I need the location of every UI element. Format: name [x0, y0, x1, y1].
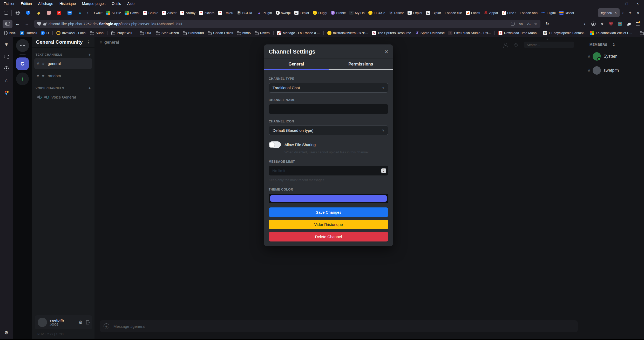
browser-tab[interactable]: Alister	[160, 8, 178, 17]
containers-extension-button[interactable]	[625, 20, 633, 28]
bookmark-item[interactable]: Mariage - La France à ...	[277, 31, 320, 35]
browser-tab[interactable]: t will f	[92, 8, 104, 17]
pinned-tab[interactable]	[55, 8, 64, 17]
new-tab-button[interactable]: +	[626, 8, 634, 17]
account-button[interactable]	[589, 20, 597, 28]
theme-color-picker[interactable]	[269, 194, 388, 203]
add-text-channel-button[interactable]: +	[89, 52, 91, 57]
bookmark-star-icon[interactable]: ☆	[534, 22, 537, 26]
stepper-up-icon[interactable]: ▲	[383, 169, 384, 171]
member-row-system[interactable]: # System	[588, 52, 644, 61]
user-settings-gear-icon[interactable]: ⚙	[79, 320, 83, 325]
tab-general[interactable]: General	[264, 59, 329, 70]
bookmark-item[interactable]: Conan Exiles	[207, 31, 233, 35]
menu-outils[interactable]: Outils	[112, 2, 121, 6]
browser-tab[interactable]: Espace abo	[518, 8, 539, 17]
bookmark-item[interactable]: Download Time Mana...	[498, 31, 540, 35]
browser-tab[interactable]: Bruni2	[141, 8, 160, 17]
forward-button[interactable]: →	[23, 21, 31, 27]
discord-home-button[interactable]	[16, 39, 29, 52]
active-tab[interactable]: #genera ×	[598, 8, 620, 17]
menu-marque-pages[interactable]: Marque-pages	[82, 2, 105, 6]
tab-scroll-left-button[interactable]: ‹	[84, 10, 91, 15]
pinned-messages-icon[interactable]	[514, 42, 518, 47]
browser-tab[interactable]: Locati	[464, 8, 482, 17]
bookmark-item[interactable]: L'Encyclopédie Fantast...	[543, 31, 586, 35]
window-minimize-button[interactable]: —	[613, 2, 617, 6]
channel-item-general[interactable]: # # general	[34, 58, 92, 69]
member-row-swefpifh[interactable]: # swefpifh	[588, 66, 644, 75]
channel-item-voice-general[interactable]: Voice General	[34, 92, 92, 102]
save-changes-button[interactable]: Save Changes	[269, 207, 388, 217]
add-voice-channel-button[interactable]: +	[89, 86, 91, 90]
browser-tab[interactable]: Emie0	[216, 8, 235, 17]
customize-sidebar-gear-icon[interactable]: ⚙	[3, 329, 10, 336]
bookmark-item[interactable]: Suno	[90, 31, 103, 35]
synced-tabs-icon[interactable]	[3, 53, 10, 60]
extensions-button[interactable]: ❖	[598, 20, 606, 28]
bookmark-item[interactable]: html5	[237, 31, 251, 35]
bookmark-item[interactable]: Hotmail	[20, 31, 37, 35]
browser-tab[interactable]: Eligibi	[539, 8, 558, 17]
menu-aide[interactable]: Aide	[127, 2, 134, 6]
tab-close-icon[interactable]: ×	[615, 11, 617, 15]
pinned-tab[interactable]	[24, 8, 32, 17]
channel-icon-select[interactable]: Default (Based on type) ∨	[269, 126, 388, 135]
tab-permissions[interactable]: Permissions	[329, 59, 393, 70]
downloads-button[interactable]: ↓	[581, 20, 588, 28]
firefox-view-button[interactable]	[2, 8, 10, 17]
browser-tab[interactable]: Discor	[558, 8, 576, 17]
menu-fichier[interactable]: Fichier	[4, 2, 15, 6]
ublock-extension-button[interactable]: UO	[607, 20, 615, 28]
ai-chatbot-icon[interactable]: ✻	[3, 41, 10, 48]
pinned-tab[interactable]	[34, 8, 43, 17]
bookmark-item[interactable]: PixelPlush Studio - Pix...	[448, 31, 491, 35]
browser-tab[interactable]: Explor	[424, 8, 443, 17]
reader-mode-icon[interactable]	[526, 22, 532, 26]
file-sharing-toggle[interactable]	[269, 141, 281, 148]
delete-channel-button[interactable]: Delete Channel	[269, 232, 388, 241]
reload-button[interactable]: ↻	[544, 21, 551, 26]
message-limit-input[interactable]	[269, 166, 388, 175]
list-all-tabs-button[interactable]: ∨	[634, 8, 642, 17]
browser-tab[interactable]: Free :	[500, 8, 518, 17]
browser-tab[interactable]: Explor	[406, 8, 424, 17]
browser-tab[interactable]: Aromy	[178, 8, 197, 17]
save-page-icon[interactable]	[510, 22, 516, 25]
sidebar-toggle-button[interactable]	[3, 20, 12, 28]
window-close-button[interactable]: ×	[637, 2, 639, 6]
clear-history-button[interactable]: Vider l'historique	[269, 220, 388, 229]
menu-button[interactable]	[634, 20, 641, 28]
stepper-down-icon[interactable]: ▼	[383, 171, 384, 173]
tracking-protection-shield-icon[interactable]	[37, 22, 41, 26]
bookmark-item[interactable]: La connexion Wifi et E...	[590, 31, 632, 35]
browser-tab[interactable]: Stable	[329, 8, 348, 17]
window-maximize-button[interactable]: □	[626, 2, 628, 6]
pinned-tab[interactable]	[65, 8, 74, 17]
bookmark-item[interactable]: NAS	[4, 31, 16, 35]
bookmark-item[interactable]: InvokeAI - Local	[56, 31, 86, 35]
bookmarks-icon[interactable]: ☆	[3, 77, 10, 84]
bookmark-item[interactable]: The Spriters Resource	[372, 31, 411, 35]
bookmark-item[interactable]: DDL	[140, 31, 152, 35]
attach-plus-icon[interactable]: +	[104, 323, 109, 329]
server-menu-icon[interactable]: ⋮	[86, 40, 91, 45]
server-header[interactable]: General Community ⋮	[32, 37, 94, 48]
tab-scroll-right-button[interactable]: ›	[620, 10, 626, 15]
bookmark-item[interactable]: Projet WH	[111, 31, 132, 35]
browser-tab[interactable]: SCI RE	[235, 8, 255, 17]
translate-icon[interactable]	[518, 22, 524, 26]
pinned-tab[interactable]	[76, 8, 84, 17]
number-stepper[interactable]: ▲ ▼	[381, 168, 386, 173]
browser-tab[interactable]: swefpi	[274, 8, 293, 17]
browser-tab[interactable]: All Siz	[104, 8, 123, 17]
bookmark-item[interactable]: D	[41, 31, 49, 35]
bookmark-item[interactable]: Divers	[254, 31, 270, 35]
browser-tab[interactable]: Hawai	[123, 8, 141, 17]
pinned-tab[interactable]	[44, 8, 53, 17]
channel-type-select[interactable]: Traditional Chat ∨	[269, 83, 388, 93]
menu-affichage[interactable]: Affichage	[38, 2, 53, 6]
browser-tab[interactable]: FLUX.2	[367, 8, 387, 17]
robot-extension-button[interactable]	[616, 20, 624, 28]
url-bar[interactable]: discord-like-php-chat-7262.dev.flatlogic…	[34, 20, 540, 28]
